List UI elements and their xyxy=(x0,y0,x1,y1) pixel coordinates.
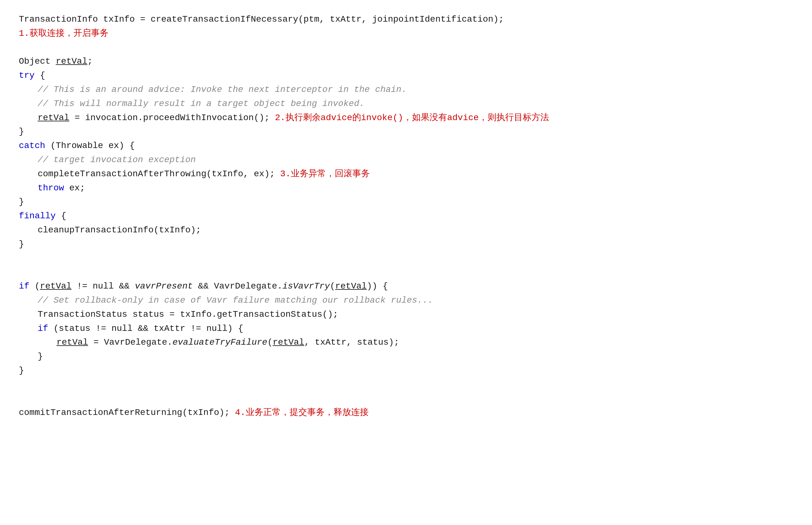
code-text: (status != null && txAttr != null) { xyxy=(48,324,243,333)
code-text: } xyxy=(19,197,24,207)
italic-text: evaluateTryFailure xyxy=(173,338,267,347)
code-line: commitTransactionAfterReturning(txInfo);… xyxy=(19,406,793,420)
comment: // Set rollback-only in case of Vavr fai… xyxy=(38,296,433,305)
code-line: if (retVal != null && vavrPresent && Vav… xyxy=(19,280,793,294)
code-text: ex; xyxy=(64,183,85,193)
code-line: } xyxy=(19,237,793,252)
code-text: { xyxy=(56,211,67,221)
keyword: if xyxy=(19,281,29,291)
comment: // target invocation exception xyxy=(38,155,196,165)
keyword: if xyxy=(38,324,48,333)
annotation: 2.执行剩余advice的invoke()，如果没有advice，则执行目标方法 xyxy=(275,113,549,123)
code-text: } xyxy=(38,351,43,361)
code-line xyxy=(19,392,793,406)
underline-text: retVal xyxy=(40,281,72,291)
code-text: } xyxy=(19,366,24,375)
code-line xyxy=(19,265,793,280)
code-text: commitTransactionAfterReturning(txInfo); xyxy=(19,408,235,417)
code-line: // This is an around advice: Invoke the … xyxy=(19,83,793,97)
annotation: 4.业务正常，提交事务，释放连接 xyxy=(235,408,369,417)
underline-text: retVal xyxy=(272,338,304,347)
code-text: { xyxy=(34,71,45,80)
code-line: if (status != null && txAttr != null) { xyxy=(19,322,793,336)
code-line: // target invocation exception xyxy=(19,153,793,167)
code-line: } xyxy=(19,195,793,209)
code-line: TransactionInfo txInfo = createTransacti… xyxy=(19,13,793,27)
code-text: )) { xyxy=(367,281,388,291)
code-line: 1.获取连接，开启事务 xyxy=(19,27,793,41)
underline-text: retVal xyxy=(335,281,367,291)
keyword: finally xyxy=(19,211,56,221)
code-line: try { xyxy=(19,69,793,83)
code-text: ( xyxy=(330,281,335,291)
code-text: TransactionStatus status = txInfo.getTra… xyxy=(38,310,338,319)
italic-text: vavrPresent xyxy=(135,281,193,291)
code-line: retVal = VavrDelegate.evaluateTryFailure… xyxy=(19,335,793,350)
code-text: , txAttr, status); xyxy=(304,338,399,347)
code-text: ( xyxy=(267,338,272,347)
code-line: TransactionStatus status = txInfo.getTra… xyxy=(19,308,793,322)
code-text: != null && xyxy=(72,281,135,291)
code-line xyxy=(19,378,793,392)
code-text: Object xyxy=(19,57,56,66)
underline-text: retVal xyxy=(57,338,88,347)
comment: // This is an around advice: Invoke the … xyxy=(38,85,407,94)
code-text: && VavrDelegate. xyxy=(193,281,283,291)
code-line: finally { xyxy=(19,209,793,223)
annotation: 3.业务异常，回滚事务 xyxy=(280,169,370,179)
code-line: retVal = invocation.proceedWithInvocatio… xyxy=(19,111,793,125)
code-text: } xyxy=(19,127,24,136)
code-text: = VavrDelegate. xyxy=(88,338,173,347)
code-line: } xyxy=(19,125,793,139)
code-line: } xyxy=(19,350,793,364)
code-text: completeTransactionAfterThrowing(txInfo,… xyxy=(38,169,280,179)
code-line: throw ex; xyxy=(19,181,793,195)
code-text: TransactionInfo txInfo = createTransacti… xyxy=(19,14,504,24)
code-line: completeTransactionAfterThrowing(txInfo,… xyxy=(19,167,793,181)
annotation: 1.获取连接，开启事务 xyxy=(19,29,108,38)
code-line: // Set rollback-only in case of Vavr fai… xyxy=(19,294,793,308)
keyword: catch xyxy=(19,141,45,151)
code-line: Object retVal; xyxy=(19,55,793,69)
code-display: TransactionInfo txInfo = createTransacti… xyxy=(19,13,793,420)
code-text: = invocation.proceedWithInvocation(); xyxy=(69,113,275,123)
code-line: // This will normally result in a target… xyxy=(19,97,793,111)
code-line xyxy=(19,41,793,55)
code-text: ( xyxy=(29,281,40,291)
code-line xyxy=(19,252,793,266)
keyword: try xyxy=(19,71,34,80)
code-line: catch (Throwable ex) { xyxy=(19,139,793,153)
code-line: cleanupTransactionInfo(txInfo); xyxy=(19,223,793,237)
code-text: (Throwable ex) { xyxy=(45,141,135,151)
code-text: ; xyxy=(87,57,92,66)
comment: // This will normally result in a target… xyxy=(38,99,365,108)
code-text: } xyxy=(19,239,24,249)
italic-text: isVavrTry xyxy=(282,281,330,291)
code-text: cleanupTransactionInfo(txInfo); xyxy=(38,225,201,235)
code-line: } xyxy=(19,364,793,378)
underline-text: retVal xyxy=(56,57,88,66)
underline-text: retVal xyxy=(38,113,69,123)
keyword: throw xyxy=(38,183,64,193)
